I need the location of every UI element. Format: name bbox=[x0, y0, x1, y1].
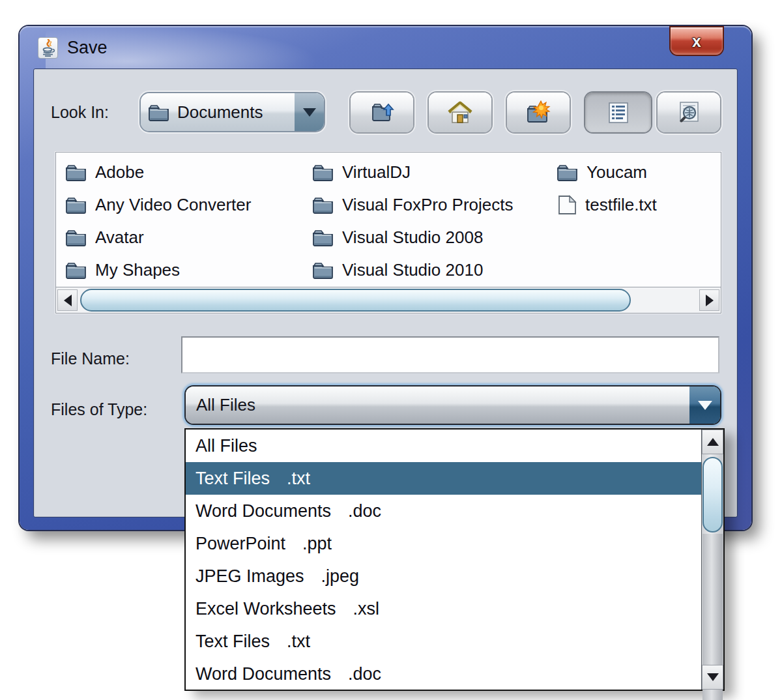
file-item-virtualdj[interactable]: VirtualDJ bbox=[312, 156, 514, 188]
file-item-visual-studio-2008[interactable]: Visual Studio 2008 bbox=[312, 221, 514, 254]
look-in-combobox[interactable]: Documents bbox=[141, 93, 324, 131]
dropdown-item-ext: .txt bbox=[287, 632, 310, 652]
look-in-label: Look In: bbox=[51, 103, 109, 122]
files-of-type-dropdown-list: All Files Text Files .txt Word Documents… bbox=[184, 428, 725, 691]
dropdown-item-word-documents-2[interactable]: Word Documents .doc bbox=[186, 658, 701, 690]
dropdown-item-text-files-2[interactable]: Text Files .txt bbox=[186, 625, 701, 658]
files-of-type-dropdown-button[interactable] bbox=[689, 386, 720, 424]
folder-icon bbox=[312, 228, 334, 247]
file-item-visual-studio-2010[interactable]: Visual Studio 2010 bbox=[312, 254, 514, 286]
dropdown-item-label: Text Files bbox=[195, 469, 270, 489]
files-of-type-label: Files of Type: bbox=[51, 400, 147, 419]
titlebar[interactable]: Save bbox=[35, 26, 660, 69]
dropdown-item-ext: .jpeg bbox=[321, 566, 360, 587]
dropdown-item-ext: .xsl bbox=[353, 599, 380, 619]
file-item-label: testfile.txt bbox=[585, 195, 657, 215]
dropdown-item-powerpoint[interactable]: PowerPoint .ppt bbox=[186, 527, 701, 560]
close-button[interactable]: x bbox=[671, 27, 723, 55]
window-title: Save bbox=[67, 38, 108, 58]
arrow-down-icon bbox=[707, 673, 719, 681]
file-item-avatar[interactable]: Avatar bbox=[65, 221, 251, 254]
folder-icon bbox=[148, 103, 169, 122]
look-in-dropdown-button[interactable] bbox=[295, 93, 324, 131]
dropdown-item-text-files[interactable]: Text Files .txt bbox=[186, 462, 701, 495]
chevron-down-icon bbox=[303, 108, 316, 117]
vertical-scrollbar-thumb[interactable] bbox=[702, 457, 723, 532]
dropdown-item-label: Excel Worksheets bbox=[195, 599, 336, 619]
file-item-label: Avatar bbox=[95, 227, 144, 248]
dropdown-item-all-files[interactable]: All Files bbox=[186, 430, 701, 462]
details-view-button[interactable] bbox=[658, 93, 720, 132]
folder-icon bbox=[65, 261, 87, 280]
folder-icon bbox=[65, 196, 87, 214]
file-item-label: Any Video Converter bbox=[95, 195, 251, 215]
file-item-visual-foxpro-projects[interactable]: Visual FoxPro Projects bbox=[312, 188, 514, 221]
home-icon bbox=[446, 100, 474, 125]
file-item-my-shapes[interactable]: My Shapes bbox=[65, 254, 251, 286]
screenshot-stage: Save x Look In: Documents bbox=[0, 0, 782, 700]
file-item-label: Visual Studio 2010 bbox=[342, 260, 483, 280]
horizontal-scrollbar bbox=[56, 287, 721, 313]
file-item-testfile-txt[interactable]: testfile.txt bbox=[557, 188, 657, 221]
dropdown-item-excel-worksheets[interactable]: Excel Worksheets .xsl bbox=[186, 592, 701, 625]
dropdown-item-ext: .txt bbox=[287, 469, 310, 489]
folder-icon bbox=[557, 163, 578, 182]
folder-icon bbox=[65, 228, 87, 247]
dropdown-item-label: Word Documents bbox=[195, 664, 331, 684]
dropdown-item-label: All Files bbox=[195, 436, 257, 456]
scroll-up-button[interactable] bbox=[702, 430, 723, 454]
folder-icon bbox=[312, 196, 334, 214]
dropdown-item-jpeg-images[interactable]: JPEG Images .jpeg bbox=[186, 560, 701, 592]
list-view-icon bbox=[606, 101, 631, 124]
java-coffee-cup-icon bbox=[38, 37, 58, 59]
file-item-label: Visual FoxPro Projects bbox=[342, 195, 514, 215]
dropdown-item-ext: .ppt bbox=[302, 534, 332, 554]
scroll-down-button[interactable] bbox=[702, 665, 723, 690]
up-one-level-button[interactable] bbox=[351, 93, 413, 132]
look-in-value: Documents bbox=[177, 102, 263, 123]
arrow-left-icon bbox=[64, 295, 72, 306]
scroll-right-button[interactable] bbox=[699, 289, 719, 311]
file-item-label: VirtualDJ bbox=[342, 162, 411, 182]
folder-icon bbox=[65, 163, 87, 182]
file-item-any-video-converter[interactable]: Any Video Converter bbox=[65, 188, 251, 221]
dropdown-item-label: JPEG Images bbox=[195, 566, 304, 587]
up-one-level-icon bbox=[368, 101, 396, 124]
close-icon: x bbox=[692, 33, 701, 50]
folder-icon bbox=[312, 261, 334, 280]
vertical-scrollbar bbox=[701, 430, 723, 690]
file-item-adobe[interactable]: Adobe bbox=[65, 156, 251, 188]
horizontal-scrollbar-thumb[interactable] bbox=[80, 289, 631, 312]
file-icon bbox=[557, 195, 577, 215]
chevron-down-icon bbox=[698, 401, 712, 410]
arrow-up-icon bbox=[707, 438, 719, 446]
file-name-label: File Name: bbox=[51, 349, 130, 368]
details-view-icon bbox=[676, 100, 702, 125]
file-column-3: Youcam testfile.txt bbox=[557, 156, 657, 221]
file-name-input[interactable] bbox=[181, 336, 719, 373]
file-list-panel: Adobe Any Video Converter Avatar My Shap… bbox=[55, 152, 721, 314]
dropdown-items: All Files Text Files .txt Word Documents… bbox=[186, 430, 701, 690]
file-item-label: My Shapes bbox=[95, 260, 180, 280]
dropdown-item-label: PowerPoint bbox=[195, 534, 285, 554]
scroll-left-button[interactable] bbox=[57, 289, 78, 311]
folder-icon bbox=[312, 163, 334, 182]
files-of-type-value: All Files bbox=[196, 395, 255, 415]
dropdown-item-ext: .doc bbox=[348, 664, 381, 684]
dropdown-item-label: Word Documents bbox=[195, 501, 331, 521]
file-column-2: VirtualDJ Visual FoxPro Projects Visual … bbox=[312, 156, 514, 286]
list-view-button[interactable] bbox=[585, 93, 651, 132]
arrow-right-icon bbox=[706, 295, 714, 306]
dropdown-item-ext: .doc bbox=[348, 501, 381, 521]
dropdown-item-word-documents[interactable]: Word Documents .doc bbox=[186, 495, 701, 527]
new-folder-icon bbox=[524, 100, 553, 125]
new-folder-button[interactable] bbox=[507, 93, 570, 132]
file-item-youcam[interactable]: Youcam bbox=[557, 156, 657, 188]
file-item-label: Youcam bbox=[586, 162, 647, 182]
dropdown-item-label: Text Files bbox=[195, 632, 270, 652]
home-button[interactable] bbox=[429, 93, 491, 132]
files-of-type-combobox[interactable]: All Files bbox=[186, 386, 720, 424]
file-column-1: Adobe Any Video Converter Avatar My Shap… bbox=[65, 156, 251, 286]
file-item-label: Visual Studio 2008 bbox=[342, 227, 483, 248]
file-item-label: Adobe bbox=[95, 162, 144, 182]
